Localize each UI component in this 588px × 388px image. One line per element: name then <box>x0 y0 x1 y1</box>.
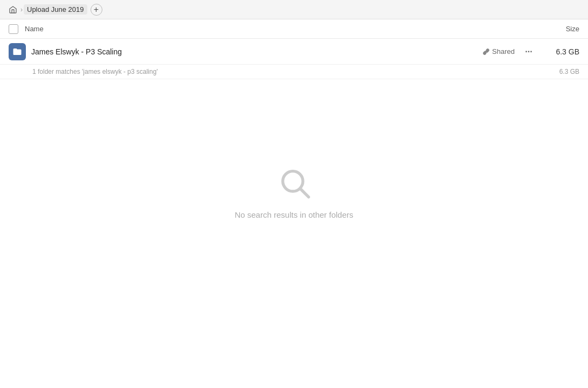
match-size: 6.3 GB <box>536 68 579 75</box>
add-tab-button[interactable]: + <box>91 4 102 16</box>
breadcrumb-label[interactable]: Upload June 2019 <box>24 4 87 15</box>
file-actions: Shared ··· <box>482 44 536 59</box>
empty-state: No search results in other folders <box>0 165 588 219</box>
select-all-checkbox[interactable] <box>9 24 18 34</box>
home-button[interactable] <box>6 3 19 16</box>
file-name: James Elswyk - P3 Scaling <box>31 47 482 56</box>
match-info-line: 1 folder matches 'james elswyk - p3 scal… <box>0 65 588 79</box>
table-header: Name Size <box>0 19 588 39</box>
folder-icon <box>9 43 26 60</box>
column-header-size: Size <box>536 25 579 33</box>
shared-text: Shared <box>492 47 515 56</box>
file-size: 6.3 GB <box>536 47 579 56</box>
breadcrumb-separator: › <box>20 6 23 13</box>
table-row[interactable]: James Elswyk - P3 Scaling Shared ··· 6.3… <box>0 39 588 65</box>
link-icon <box>482 48 490 56</box>
no-results-icon <box>277 165 312 202</box>
shared-label: Shared <box>482 47 515 56</box>
more-options-button[interactable]: ··· <box>521 44 536 59</box>
column-header-name: Name <box>25 25 536 33</box>
no-results-text: No search results in other folders <box>234 210 353 219</box>
match-text: 1 folder matches 'james elswyk - p3 scal… <box>32 68 536 75</box>
svg-line-1 <box>301 189 309 197</box>
top-bar: › Upload June 2019 + <box>0 0 588 19</box>
more-dots-icon: ··· <box>525 47 532 57</box>
